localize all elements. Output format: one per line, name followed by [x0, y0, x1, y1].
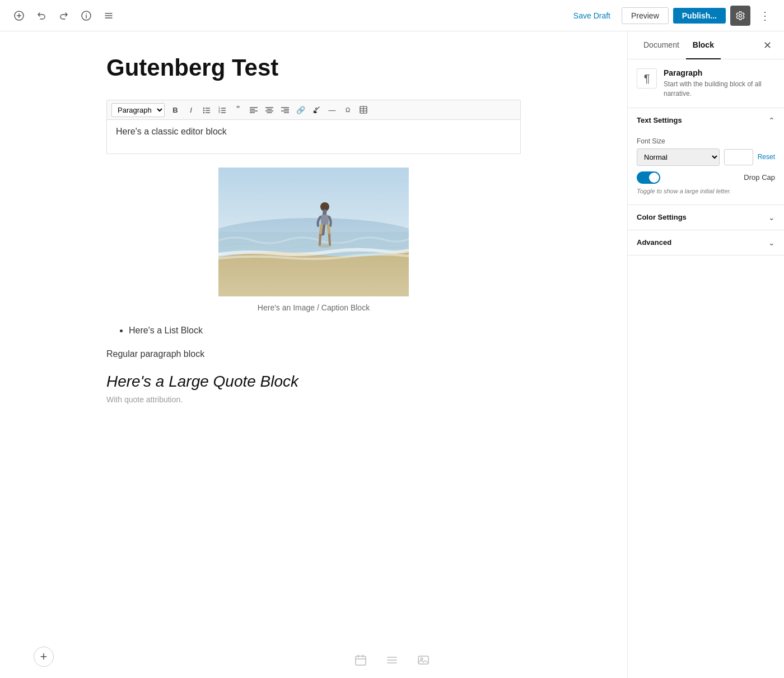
format-select[interactable]: Paragraph [111, 103, 165, 117]
sidebar-tabs-group: Document Block [637, 31, 721, 59]
svg-line-44 [329, 235, 330, 245]
table-button[interactable] [356, 103, 371, 117]
list-block: Here's a List Block [106, 326, 521, 336]
advanced-section: Advanced ⌄ [628, 230, 784, 256]
ordered-list-button[interactable]: 1.2.3. [215, 103, 230, 117]
image-icon-button[interactable] [414, 651, 432, 669]
align-center-button[interactable] [262, 103, 277, 117]
svg-point-9 [203, 108, 204, 109]
unlink-button[interactable] [309, 103, 324, 117]
calendar-icon-button[interactable] [352, 651, 370, 669]
quote-text: Here's a Large Quote Block [106, 373, 521, 391]
redo-button[interactable] [54, 6, 74, 26]
align-left-button[interactable] [246, 103, 261, 117]
block-info-title: Paragraph [664, 68, 775, 77]
text-settings-content: Font Size Small Normal Medium Large Huge… [628, 133, 784, 205]
block-info: ¶ Paragraph Start with the building bloc… [628, 59, 784, 108]
drop-cap-row: Drop Cap [637, 171, 775, 184]
svg-line-34 [318, 107, 319, 108]
svg-point-54 [421, 658, 423, 660]
bold-button[interactable]: B [168, 103, 183, 117]
font-size-row: Small Normal Medium Large Huge Reset [637, 148, 775, 166]
block-info-text: Paragraph Start with the building block … [664, 68, 775, 99]
sidebar-close-button[interactable]: ✕ [759, 38, 775, 53]
special-chars-button[interactable]: Ω [340, 103, 355, 117]
quote-attribution: With quote attribution. [106, 395, 521, 404]
settings-button[interactable] [730, 6, 750, 26]
svg-point-5 [86, 13, 87, 14]
drop-cap-hint: Toggle to show a large initial letter. [637, 187, 775, 196]
svg-point-45 [318, 244, 332, 248]
post-title[interactable]: Gutenberg Test [106, 54, 521, 82]
font-size-label: Font Size [637, 137, 775, 145]
toolbar-right: Save Draft Preview Publish... ⋮ [567, 6, 775, 26]
editor-area: Gutenberg Test Paragraph B I 1.2.3. " [0, 31, 627, 678]
classic-editor-content[interactable]: Here's a classic editor block [107, 120, 520, 154]
blockquote-button[interactable]: " [231, 103, 245, 117]
paragraph-block[interactable]: Regular paragraph block [106, 349, 521, 359]
image-block: Here's an Image / Caption Block [106, 168, 521, 312]
text-settings-chevron: ⌃ [768, 116, 775, 125]
block-tab[interactable]: Block [686, 31, 721, 59]
add-block-toolbar-button[interactable] [9, 6, 29, 26]
svg-rect-53 [418, 656, 428, 664]
list-item: Here's a List Block [129, 326, 521, 336]
more-options-button[interactable]: ⋮ [755, 6, 775, 26]
document-tab[interactable]: Document [637, 31, 686, 59]
save-draft-button[interactable]: Save Draft [567, 8, 617, 24]
image-caption: Here's an Image / Caption Block [106, 303, 521, 312]
add-block-bottom-button[interactable]: + [34, 647, 54, 667]
top-toolbar: Save Draft Preview Publish... ⋮ [0, 0, 784, 31]
block-navigation-button[interactable] [99, 6, 119, 26]
text-settings-section: Text Settings ⌃ Font Size Small Normal M… [628, 108, 784, 205]
unordered-list-button[interactable] [199, 103, 214, 117]
block-info-desc: Start with the building block of all nar… [664, 80, 775, 99]
advanced-header[interactable]: Advanced ⌄ [628, 230, 784, 255]
drop-cap-label: Drop Cap [744, 173, 775, 182]
italic-button[interactable]: I [184, 103, 198, 117]
font-size-input[interactable] [724, 149, 753, 165]
font-size-select[interactable]: Small Normal Medium Large Huge [637, 148, 720, 166]
quote-block: Here's a Large Quote Block With quote at… [106, 373, 521, 404]
right-sidebar: Document Block ✕ ¶ Paragraph Start with … [627, 31, 784, 678]
toolbar-left [9, 6, 119, 26]
text-settings-title: Text Settings [637, 116, 682, 124]
classic-editor-block[interactable]: Paragraph B I 1.2.3. " [106, 100, 521, 154]
svg-line-43 [320, 235, 320, 245]
svg-rect-46 [356, 656, 366, 665]
color-settings-section: Color Settings ⌄ [628, 205, 784, 230]
list-icon-button[interactable] [383, 651, 401, 669]
bottom-toolbar [352, 651, 432, 669]
preview-button[interactable]: Preview [622, 7, 669, 24]
drop-cap-toggle[interactable] [637, 171, 660, 184]
undo-button[interactable] [31, 6, 52, 26]
editor-content: Gutenberg Test Paragraph B I 1.2.3. " [106, 54, 521, 417]
text-settings-header[interactable]: Text Settings ⌃ [628, 108, 784, 133]
link-button[interactable]: 🔗 [293, 103, 308, 117]
horizontal-rule-button[interactable]: — [325, 103, 339, 117]
classic-editor-toolbar: Paragraph B I 1.2.3. " [107, 100, 520, 120]
font-size-reset-button[interactable]: Reset [758, 153, 775, 161]
image-placeholder [218, 168, 409, 296]
color-settings-chevron: ⌄ [768, 213, 775, 222]
toggle-knob [649, 173, 659, 183]
svg-point-13 [203, 112, 204, 113]
svg-text:3.: 3. [218, 110, 221, 114]
align-right-button[interactable] [278, 103, 292, 117]
svg-point-11 [203, 110, 204, 111]
block-icon: ¶ [637, 68, 657, 89]
advanced-title: Advanced [637, 238, 671, 247]
sidebar-tabs: Document Block ✕ [628, 31, 784, 59]
info-button[interactable] [76, 6, 96, 26]
color-settings-title: Color Settings [637, 213, 687, 221]
publish-button[interactable]: Publish... [673, 8, 726, 24]
main-layout: Gutenberg Test Paragraph B I 1.2.3. " [0, 31, 784, 678]
color-settings-header[interactable]: Color Settings ⌄ [628, 205, 784, 230]
advanced-chevron: ⌄ [768, 238, 775, 247]
